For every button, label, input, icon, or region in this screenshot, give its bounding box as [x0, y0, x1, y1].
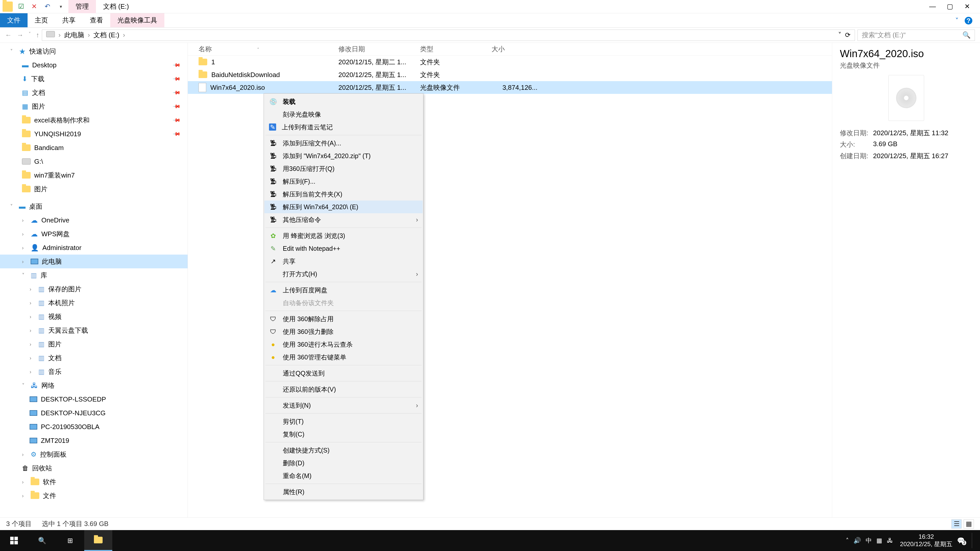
tree-pc3[interactable]: PC-20190530OBLA	[0, 420, 188, 433]
ctx-360-manage[interactable]: ●使用 360管理右键菜单	[264, 351, 423, 364]
tree-pc2[interactable]: DESKTOP-NJEU3CG	[0, 406, 188, 420]
clock[interactable]: 16:32 2020/12/25, 星期五	[900, 533, 953, 548]
ctx-qq-send[interactable]: 通过QQ发送到	[264, 367, 423, 380]
maximize-icon[interactable]: ▢	[945, 2, 955, 12]
network-tray-icon[interactable]: 🖧	[887, 537, 893, 544]
ctx-extract-here[interactable]: 🗜解压到当前文件夹(X)	[264, 188, 423, 200]
show-desktop-button[interactable]	[972, 533, 975, 548]
ctx-open-with[interactable]: 打开方式(H)›	[264, 268, 423, 280]
tree-libraries[interactable]: ˅▥库	[0, 268, 188, 282]
ctx-mount[interactable]: 💿装载	[264, 95, 423, 108]
tree-this-pc[interactable]: ›此电脑	[0, 254, 188, 268]
ctx-cut[interactable]: 剪切(T)	[264, 415, 423, 428]
ctx-share[interactable]: ↗共享	[264, 255, 423, 268]
ribbon-context-tab[interactable]: 管理	[68, 0, 96, 13]
nav-recent-icon[interactable]: ˅	[29, 31, 31, 39]
minimize-icon[interactable]: —	[928, 2, 938, 12]
ctx-open-360zip[interactable]: 🗜用360压缩打开(Q)	[264, 162, 423, 175]
ctx-extract-to[interactable]: 🗜解压到(F)...	[264, 175, 423, 188]
table-row[interactable]: 1 2020/12/15, 星期二 1...文件夹	[188, 56, 832, 68]
tray-app-icon[interactable]: ▦	[877, 537, 882, 544]
table-row[interactable]: BaiduNetdiskDownload 2020/12/25, 星期五 1..…	[188, 68, 832, 81]
tree-videos[interactable]: ›▥视频	[0, 310, 188, 324]
qat-checkbox-icon[interactable]: ☑	[16, 2, 26, 12]
breadcrumb-root[interactable]: 此电脑	[64, 30, 84, 40]
volume-icon[interactable]: 🔊	[853, 537, 861, 544]
ctx-add-zip[interactable]: 🗜添加到 "Win7x64_2020.zip" (T)	[264, 149, 423, 162]
view-details-button[interactable]: ☰	[951, 519, 962, 529]
tree-camera-roll[interactable]: ›▥本机照片	[0, 296, 188, 310]
nav-back-icon[interactable]: ←	[5, 31, 12, 39]
tab-share[interactable]: 共享	[55, 13, 83, 27]
col-date[interactable]: 修改日期	[339, 44, 420, 54]
tab-view[interactable]: 查看	[83, 13, 110, 27]
ctx-copy[interactable]: 复制(C)	[264, 428, 423, 441]
ribbon-expand-icon[interactable]: ˅	[955, 17, 959, 25]
address-bar[interactable]: › 此电脑 › 文档 (E:) › ˅ ⟳	[42, 30, 855, 41]
nav-up-icon[interactable]: ↑	[36, 31, 39, 39]
breadcrumb-folder[interactable]: 文档 (E:)	[94, 30, 119, 40]
ctx-youdao[interactable]: ✎上传到有道云笔记	[264, 121, 423, 133]
ctx-360-unlock[interactable]: 🛡使用 360解除占用	[264, 313, 423, 325]
addr-refresh-icon[interactable]: ⟳	[845, 31, 851, 39]
tree-saved-pics[interactable]: ›▥保存的图片	[0, 282, 188, 296]
ctx-burn[interactable]: 刻录光盘映像	[264, 108, 423, 121]
tree-software[interactable]: ›软件	[0, 475, 188, 489]
tree-win7reinstall[interactable]: win7重装win7	[0, 168, 188, 182]
tree-quick-access[interactable]: ˅★快速访问	[0, 44, 188, 58]
tree-tianyi[interactable]: ›▥天翼云盘下载	[0, 324, 188, 337]
ctx-send-to[interactable]: 发送到(N)›	[264, 399, 423, 412]
tree-pictures[interactable]: ▦图片📌	[0, 100, 188, 113]
tree-downloads[interactable]: ⬇下载📌	[0, 72, 188, 86]
tree-network[interactable]: ˅🖧网络	[0, 379, 188, 392]
task-view-button[interactable]: ⊞	[56, 530, 84, 551]
qat-undo-icon[interactable]: ↶	[42, 2, 52, 12]
ctx-rename[interactable]: 重命名(M)	[264, 469, 423, 482]
ctx-restore[interactable]: 还原以前的版本(V)	[264, 383, 423, 395]
ctx-upload-baidu[interactable]: ☁上传到百度网盘	[264, 284, 423, 297]
search-input[interactable]: 搜索"文档 (E:)" 🔍	[858, 30, 975, 41]
ctx-360-delete[interactable]: 🛡使用 360强力删除	[264, 325, 423, 338]
ime-indicator[interactable]: 中	[865, 537, 872, 545]
col-type[interactable]: 类型	[420, 44, 492, 54]
ctx-add-archive[interactable]: 🗜添加到压缩文件(A)...	[264, 137, 423, 149]
tree-yunqishi[interactable]: YUNQISHI2019📌	[0, 127, 188, 141]
tab-home[interactable]: 主页	[27, 13, 55, 27]
tree-control-panel[interactable]: ›⚙控制面板	[0, 448, 188, 461]
tree-desktop-root[interactable]: ˅▬桌面	[0, 200, 188, 213]
search-button[interactable]: 🔍	[28, 530, 56, 551]
close-icon[interactable]: ✕	[962, 2, 972, 12]
ctx-bee-browser[interactable]: ✿用 蜂蜜浏览器 浏览(3)	[264, 229, 423, 242]
explorer-taskbar-button[interactable]	[84, 530, 112, 551]
action-center-icon[interactable]: 💬3	[957, 537, 965, 544]
tree-bandicam[interactable]: Bandicam	[0, 141, 188, 155]
tray-overflow-icon[interactable]: ˄	[846, 537, 849, 544]
start-button[interactable]	[0, 530, 28, 551]
nav-forward-icon[interactable]: →	[17, 31, 24, 39]
qat-dropdown-icon[interactable]: ▾	[56, 2, 66, 12]
table-row[interactable]: Win7x64_2020.iso 2020/12/25, 星期五 1...光盘映…	[188, 81, 832, 94]
col-size[interactable]: 大小	[492, 44, 542, 54]
ctx-delete[interactable]: 删除(D)	[264, 457, 423, 469]
tree-pc1[interactable]: DESKTOP-LSSOEDP	[0, 392, 188, 406]
view-icons-button[interactable]: ▦	[964, 519, 974, 529]
tree-documents2[interactable]: ›▥文档	[0, 351, 188, 365]
tab-file[interactable]: 文件	[0, 13, 27, 27]
tree-pictures3[interactable]: ›▥图片	[0, 337, 188, 351]
tree-music[interactable]: ›▥音乐	[0, 365, 188, 379]
tree-files[interactable]: ›文件	[0, 489, 188, 503]
ctx-360-scan[interactable]: ●使用 360进行木马云查杀	[264, 338, 423, 351]
ctx-notepadpp[interactable]: ✎Edit with Notepad++	[264, 242, 423, 255]
tree-pc4[interactable]: ZMT2019	[0, 433, 188, 448]
addr-dropdown-icon[interactable]: ˅	[838, 31, 842, 39]
tree-documents[interactable]: ▤文档📌	[0, 86, 188, 100]
tree-gdrive[interactable]: G:\	[0, 155, 188, 168]
tree-pictures2[interactable]: 图片	[0, 182, 188, 196]
tree-excel[interactable]: excel表格制作求和📌	[0, 113, 188, 127]
ctx-extract-named[interactable]: 🗜解压到 Win7x64_2020\ (E)	[264, 200, 423, 213]
qat-delete-icon[interactable]: ✕	[29, 2, 39, 12]
tree-onedrive[interactable]: ›☁OneDrive	[0, 213, 188, 227]
tree-admin[interactable]: ›👤Administrator	[0, 241, 188, 254]
help-icon[interactable]: ?	[965, 17, 972, 24]
tree-desktop[interactable]: ▬Desktop📌	[0, 58, 188, 72]
